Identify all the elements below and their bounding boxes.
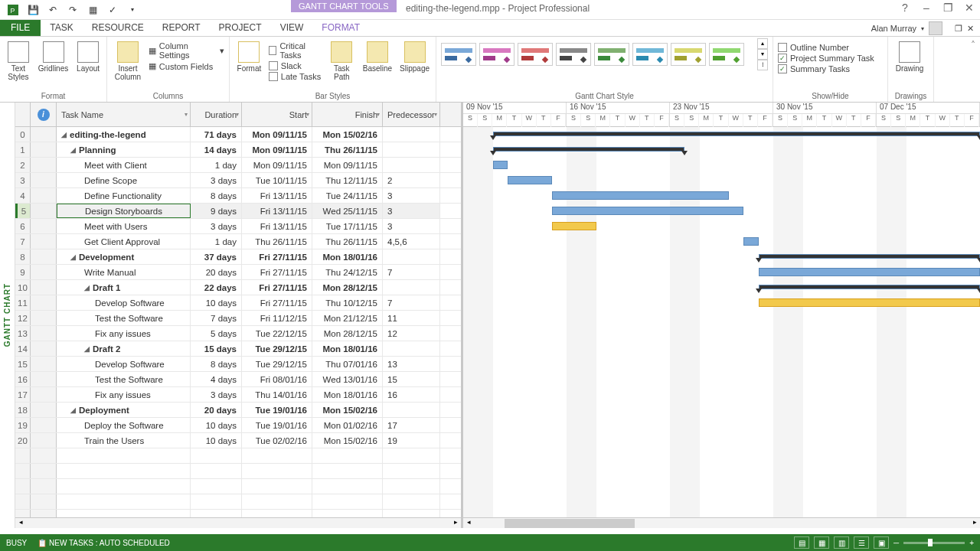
- doc-restore-icon[interactable]: ❐: [955, 24, 962, 34]
- table-row[interactable]: 10◢Draft 122 daysFri 27/11/15Mon 28/12/1…: [15, 280, 461, 295]
- row-id[interactable]: 20: [15, 433, 31, 448]
- start-cell[interactable]: Mon 09/11/15: [242, 158, 312, 172]
- duration-cell[interactable]: 10 days: [191, 433, 242, 448]
- table-row[interactable]: 0◢editing-the-legend71 daysMon 09/11/15M…: [15, 127, 461, 142]
- duration-cell[interactable]: 3 days: [191, 219, 242, 233]
- predecessor-cell[interactable]: 15: [383, 372, 440, 386]
- finish-cell[interactable]: Thu 12/11/15: [312, 173, 383, 187]
- predecessor-cell[interactable]: [383, 403, 440, 417]
- gantt-summary-bar[interactable]: [759, 254, 980, 259]
- col-duration[interactable]: Duration▾: [191, 103, 242, 126]
- start-cell[interactable]: Tue 02/02/16: [242, 433, 312, 448]
- tab-resource[interactable]: RESOURCE: [83, 20, 153, 36]
- duration-cell[interactable]: 71 days: [191, 127, 242, 142]
- gantt-style-gallery[interactable]: [441, 38, 751, 66]
- start-cell[interactable]: Fri 27/11/15: [242, 280, 312, 295]
- duration-cell[interactable]: 22 days: [191, 280, 242, 295]
- slippage-button[interactable]: Slippage: [398, 38, 431, 76]
- task-name-cell[interactable]: Deploy the Software: [57, 418, 191, 432]
- tab-file[interactable]: FILE: [0, 20, 41, 36]
- gantt-bar[interactable]: [552, 191, 729, 200]
- duration-cell[interactable]: 4 days: [191, 372, 242, 386]
- row-id[interactable]: 5: [15, 204, 31, 218]
- gantt-bar[interactable]: [759, 298, 980, 307]
- start-cell[interactable]: Thu 26/11/15: [242, 234, 312, 249]
- row-info[interactable]: [31, 265, 57, 279]
- row-id[interactable]: 13: [15, 326, 31, 341]
- row-id[interactable]: 10: [15, 280, 31, 295]
- start-cell[interactable]: Tue 29/12/15: [242, 357, 312, 371]
- gantt-bar[interactable]: [493, 161, 508, 169]
- task-name-cell[interactable]: ◢Draft 2: [57, 341, 191, 356]
- duration-cell[interactable]: 10 days: [191, 295, 242, 310]
- start-cell[interactable]: Tue 19/01/16: [242, 418, 312, 432]
- finish-cell[interactable]: Mon 15/02/16: [312, 403, 383, 417]
- column-settings-button[interactable]: ▦ Column Settings ▾: [149, 41, 224, 60]
- table-row[interactable]: 6Meet with Users3 daysFri 13/11/15Tue 17…: [15, 219, 461, 234]
- gridlines-button[interactable]: Gridlines: [37, 38, 70, 76]
- predecessor-cell[interactable]: 3: [383, 219, 440, 233]
- table-row[interactable]: 20Train the Users10 daysTue 02/02/16Mon …: [15, 433, 461, 448]
- row-id[interactable]: 18: [15, 403, 31, 417]
- style-swatch[interactable]: [671, 43, 706, 66]
- tab-project[interactable]: PROJECT: [210, 20, 271, 36]
- project-icon[interactable]: P: [5, 2, 21, 18]
- table-row[interactable]: 12Test the Software7 daysFri 11/12/15Mon…: [15, 311, 461, 326]
- row-info[interactable]: [31, 204, 57, 218]
- row-id[interactable]: 14: [15, 341, 31, 356]
- row-info[interactable]: [31, 219, 57, 233]
- table-row[interactable]: 2Meet with Client1 dayMon 09/11/15Mon 09…: [15, 158, 461, 173]
- finish-cell[interactable]: Wed 13/01/16: [312, 372, 383, 386]
- finish-cell[interactable]: Mon 18/01/16: [312, 341, 383, 356]
- start-cell[interactable]: Fri 08/01/16: [242, 372, 312, 386]
- predecessor-cell[interactable]: 3: [383, 188, 440, 203]
- doc-close-icon[interactable]: ✕: [967, 24, 974, 34]
- col-start[interactable]: Start▾: [242, 103, 312, 126]
- redo-icon[interactable]: ↷: [64, 2, 81, 18]
- table-row[interactable]: 18◢Deployment20 daysTue 19/01/16Mon 15/0…: [15, 403, 461, 418]
- finish-cell[interactable]: Thu 07/01/16: [312, 357, 383, 371]
- collapse-ribbon-icon[interactable]: ˄: [971, 40, 975, 51]
- task-name-cell[interactable]: Test the Software: [57, 372, 191, 386]
- qat-more-icon[interactable]: ▾: [124, 2, 141, 18]
- row-info[interactable]: [31, 142, 57, 157]
- insert-column-button[interactable]: Insert Column: [112, 38, 144, 84]
- col-predecessors[interactable]: Predecessor▾: [383, 103, 440, 126]
- row-info[interactable]: [31, 295, 57, 310]
- row-info[interactable]: [31, 173, 57, 187]
- start-cell[interactable]: Fri 11/12/15: [242, 311, 312, 325]
- task-name-cell[interactable]: Fix any issues: [57, 387, 191, 402]
- duration-cell[interactable]: 20 days: [191, 265, 242, 279]
- style-swatch[interactable]: [709, 43, 744, 66]
- finish-cell[interactable]: Mon 28/12/15: [312, 280, 383, 295]
- task-name-cell[interactable]: ◢Development: [57, 249, 191, 264]
- zoom-slider[interactable]: [903, 542, 965, 544]
- task-name-cell[interactable]: ◢editing-the-legend: [57, 127, 191, 142]
- finish-cell[interactable]: Thu 26/11/15: [312, 234, 383, 249]
- finish-cell[interactable]: Mon 18/01/16: [312, 387, 383, 402]
- undo-icon[interactable]: ↶: [44, 2, 61, 18]
- duration-cell[interactable]: 3 days: [191, 387, 242, 402]
- predecessor-cell[interactable]: 13: [383, 357, 440, 371]
- view-report-icon[interactable]: ▣: [874, 536, 889, 549]
- gallery-more-icon[interactable]: ⁞: [757, 60, 768, 70]
- duration-cell[interactable]: 5 days: [191, 326, 242, 341]
- duration-cell[interactable]: 7 days: [191, 311, 242, 325]
- style-swatch[interactable]: [594, 43, 629, 66]
- gantt-bar[interactable]: [508, 176, 552, 184]
- table-row[interactable]: 16Test the Software4 daysFri 08/01/16Wed…: [15, 372, 461, 387]
- finish-cell[interactable]: Mon 28/12/15: [312, 326, 383, 341]
- duration-cell[interactable]: 10 days: [191, 418, 242, 432]
- row-info[interactable]: [31, 188, 57, 203]
- row-id[interactable]: 4: [15, 188, 31, 203]
- task-name-cell[interactable]: Define Functionality: [57, 188, 191, 203]
- duration-cell[interactable]: 37 days: [191, 249, 242, 264]
- task-name-cell[interactable]: Write Manual: [57, 265, 191, 279]
- start-cell[interactable]: Fri 13/11/15: [242, 219, 312, 233]
- view-resource-sheet-icon[interactable]: ☰: [854, 536, 869, 549]
- row-id[interactable]: 16: [15, 372, 31, 386]
- duration-cell[interactable]: 8 days: [191, 357, 242, 371]
- zoom-in-icon[interactable]: +: [969, 539, 974, 547]
- baseline-button[interactable]: Baseline: [361, 38, 394, 76]
- start-cell[interactable]: Thu 14/01/16: [242, 387, 312, 402]
